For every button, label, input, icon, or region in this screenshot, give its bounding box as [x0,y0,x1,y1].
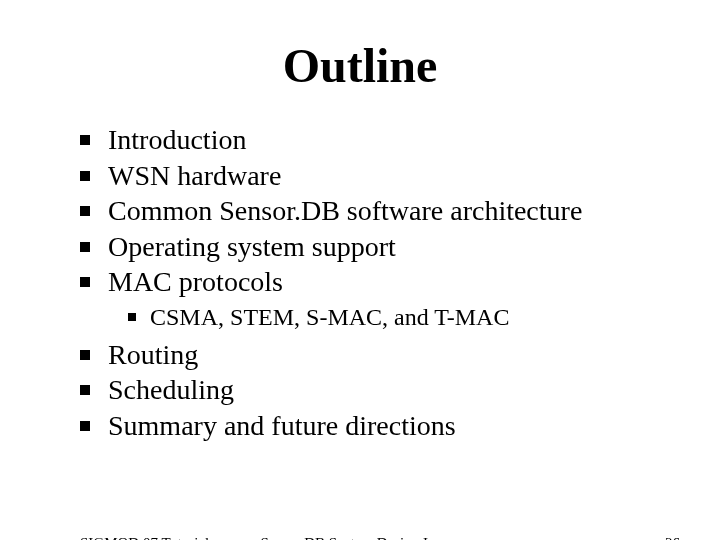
list-item-text: Operating system support [108,230,396,264]
square-bullet-icon [80,385,90,395]
list-item: MAC protocols [80,265,720,299]
square-bullet-icon [80,242,90,252]
slide-footer: SIGMOD 07 Tutorial Sensor.DB System Desi… [0,535,720,540]
list-item: Routing [80,338,720,372]
square-bullet-icon [80,171,90,181]
list-item: Operating system support [80,230,720,264]
list-item: WSN hardware [80,159,720,193]
list-item: Scheduling [80,373,720,407]
square-bullet-icon [80,277,90,287]
list-item: Introduction [80,123,720,157]
footer-left: SIGMOD 07 Tutorial [80,535,209,540]
list-item: Common Sensor.DB software architecture [80,194,720,228]
list-item-text: Common Sensor.DB software architecture [108,194,582,228]
slide: Outline Introduction WSN hardware Common… [0,38,720,540]
list-item-text: Routing [108,338,198,372]
square-bullet-icon [128,313,136,321]
slide-content: Introduction WSN hardware Common Sensor.… [80,123,720,443]
square-bullet-icon [80,350,90,360]
slide-title: Outline [0,38,720,93]
list-item-text: Summary and future directions [108,409,456,443]
footer-center: Sensor.DB System Design Issues [260,535,459,540]
square-bullet-icon [80,206,90,216]
square-bullet-icon [80,135,90,145]
list-subitem: CSMA, STEM, S-MAC, and T-MAC [128,303,720,332]
list-item-text: MAC protocols [108,265,283,299]
square-bullet-icon [80,421,90,431]
list-subitem-text: CSMA, STEM, S-MAC, and T-MAC [150,303,509,332]
list-item-text: Scheduling [108,373,234,407]
list-item: Summary and future directions [80,409,720,443]
list-item-text: Introduction [108,123,246,157]
list-item-text: WSN hardware [108,159,281,193]
footer-page-number: 26 [665,535,680,540]
